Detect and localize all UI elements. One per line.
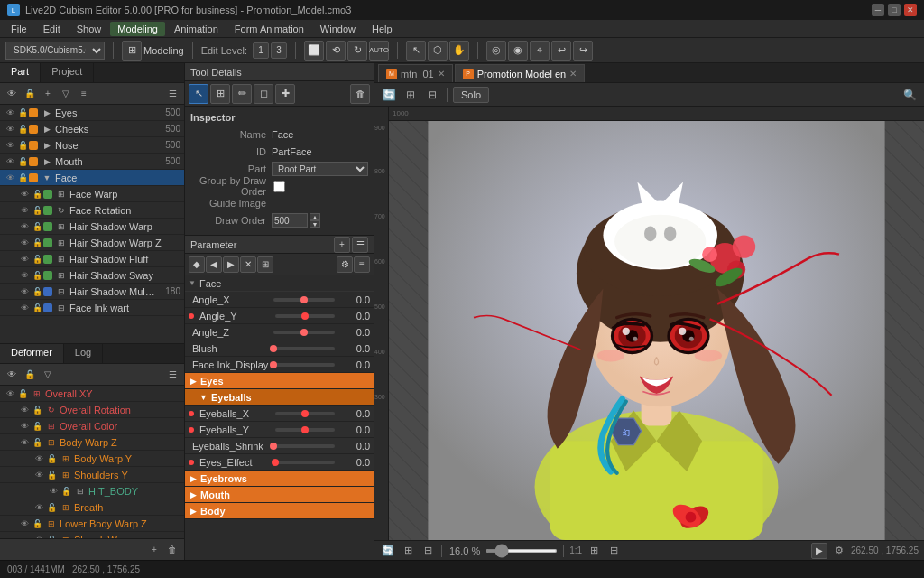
param-menu-btn[interactable]: ☰ xyxy=(352,237,368,253)
draw-order-up[interactable]: ▲ xyxy=(310,213,320,220)
menu-edit[interactable]: Edit xyxy=(36,22,68,36)
lock-hsfluff[interactable]: 🔓 xyxy=(31,253,43,266)
menu-form-animation[interactable]: Form Animation xyxy=(227,22,311,36)
param-slider-blush[interactable] xyxy=(273,345,335,352)
lock-cheeks[interactable]: 🔓 xyxy=(16,123,29,135)
di-lock-1[interactable]: 🔓 xyxy=(31,404,43,416)
menu-animation[interactable]: Animation xyxy=(167,22,226,36)
param-grid-btn[interactable]: ⊞ xyxy=(257,256,273,273)
lock-hswarpz[interactable]: 🔓 xyxy=(31,237,43,249)
tool-select-btn[interactable]: ⬜ xyxy=(304,41,324,61)
vis-eyes[interactable]: 👁 xyxy=(4,107,16,119)
part-item-eyes[interactable]: 👁 🔓 ▶ Eyes 500 xyxy=(0,105,184,121)
di-lock-5[interactable]: 🔓 xyxy=(45,469,58,481)
param-thumb-angle-y[interactable] xyxy=(301,312,309,320)
tool-auto-btn[interactable]: AUTO xyxy=(369,41,389,61)
deformer-overall-xy[interactable]: 👁 🔓 ⊞ Overall XY xyxy=(0,386,184,402)
tool-erase[interactable]: ◻ xyxy=(254,84,273,104)
menu-modeling[interactable]: Modeling xyxy=(110,22,165,36)
param-prev-btn[interactable]: ◀ xyxy=(206,256,222,273)
part-item-hair-shadow-sway[interactable]: 👁 🔓 ⊞ Hair Shadow Sway xyxy=(0,267,184,284)
di-vis-5[interactable]: 👁 xyxy=(32,469,45,481)
cf-settings-btn[interactable]: ⚙ xyxy=(831,543,847,559)
deformer-shoulders-y[interactable]: 👁 🔓 ⊞ Shoulders Y xyxy=(0,467,184,483)
bl-add-btn[interactable]: + xyxy=(146,542,162,558)
param-group-mouth[interactable]: ▶ Mouth xyxy=(185,487,374,503)
di-lock-6[interactable]: 🔓 xyxy=(60,485,72,498)
deformer-lock-btn[interactable]: 🔒 xyxy=(22,367,38,383)
maximize-button[interactable]: □ xyxy=(888,4,901,16)
part-item-cheeks[interactable]: 👁 🔓 ▶ Cheeks 500 xyxy=(0,121,184,137)
param-delete-btn[interactable]: ✕ xyxy=(240,256,256,273)
di-vis-8[interactable]: 👁 xyxy=(18,517,31,530)
part-item-mouth[interactable]: 👁 🔓 ▶ Mouth 500 xyxy=(0,154,184,170)
di-vis-0[interactable]: 👁 xyxy=(4,387,16,400)
part-item-face-warp[interactable]: 👁 🔓 ⊞ Face Warp xyxy=(0,186,184,202)
tool-delete[interactable]: 🗑 xyxy=(350,84,370,104)
lock-face[interactable]: 🔓 xyxy=(16,172,29,184)
view-btn5[interactable]: ↪ xyxy=(573,41,593,61)
param-thumb-eyeballs-x[interactable] xyxy=(301,410,309,417)
di-vis-6[interactable]: 👁 xyxy=(47,485,60,498)
tab-part[interactable]: Part xyxy=(0,63,41,82)
tool-cursor[interactable]: ↖ xyxy=(189,84,208,104)
part-filter-btn[interactable]: ▽ xyxy=(58,86,74,102)
edit-level-1-btn[interactable]: 1 xyxy=(253,42,269,59)
draw-order-input[interactable] xyxy=(272,213,308,228)
part-item-hair-shadow-warp[interactable]: 👁 🔓 ⊞ Hair Shadow Warp xyxy=(0,219,184,235)
param-slider-eyeballs-y[interactable] xyxy=(275,426,335,434)
deformer-vis-btn[interactable]: 👁 xyxy=(4,367,20,383)
deformer-filter-btn[interactable]: ▽ xyxy=(40,367,56,383)
canvas-viewport[interactable]: 900 800 700 600 500 400 300 1000 xyxy=(374,107,924,540)
param-next-btn[interactable]: ▶ xyxy=(223,256,239,273)
cursor-btn[interactable]: ↖ xyxy=(406,41,426,61)
inspector-part-select[interactable]: Root Part xyxy=(272,162,368,176)
bl-delete-btn[interactable]: 🗑 xyxy=(164,542,180,558)
tool-warp[interactable]: ⊞ xyxy=(210,84,230,104)
lock-finkwarp[interactable]: 🔓 xyxy=(31,302,43,314)
param-thumb-blush[interactable] xyxy=(270,345,277,352)
di-lock-4[interactable]: 🔓 xyxy=(45,452,58,465)
canvas-btn-1[interactable]: 🔄 xyxy=(380,86,398,104)
window-controls[interactable]: ─ □ ✕ xyxy=(872,4,917,16)
param-slider-eyes-effect[interactable] xyxy=(275,459,335,466)
param-thumb-eyeballs-y[interactable] xyxy=(301,426,309,434)
lock-hssway[interactable]: 🔓 xyxy=(31,269,43,282)
param-face-header[interactable]: ▼ Face xyxy=(185,275,374,292)
part-item-hair-shadow-multiply[interactable]: 👁 🔓 ⊟ Hair Shadow Multiply 180 xyxy=(0,284,184,300)
part-add-btn[interactable]: + xyxy=(40,86,56,102)
param-add-btn[interactable]: + xyxy=(334,237,350,253)
menu-show[interactable]: Show xyxy=(69,22,109,36)
vis-face-warp[interactable]: 👁 xyxy=(18,188,31,200)
tool-transform-btn[interactable]: ⟲ xyxy=(326,41,346,61)
view-btn1[interactable]: ◎ xyxy=(486,41,506,61)
deformer-lower-body-warp-z[interactable]: 👁 🔓 ⊞ Lower Body Warp Z xyxy=(0,516,184,532)
zoom-slider[interactable] xyxy=(485,549,558,553)
hand-btn[interactable]: ✋ xyxy=(449,41,469,61)
cf-btn-4[interactable]: ⊞ xyxy=(586,543,602,559)
tool-rotate-btn[interactable]: ↻ xyxy=(347,41,367,61)
lock-mouth[interactable]: 🔓 xyxy=(16,155,29,168)
part-item-nose[interactable]: 👁 🔓 ▶ Nose 500 xyxy=(0,137,184,154)
vis-hsmultiply[interactable]: 👁 xyxy=(18,285,31,298)
lasso-btn[interactable]: ⬡ xyxy=(428,41,448,61)
vis-cheeks[interactable]: 👁 xyxy=(4,123,16,135)
lock-nose[interactable]: 🔓 xyxy=(16,139,29,152)
part-item-hair-shadow-fluff[interactable]: 👁 🔓 ⊞ Hair Shadow Fluff xyxy=(0,251,184,267)
param-group-body[interactable]: ▶ Body xyxy=(185,503,374,519)
part-item-face-ink-warp[interactable]: 👁 🔓 ⊟ Face Ink wart xyxy=(0,300,184,316)
menu-help[interactable]: Help xyxy=(365,22,400,36)
param-thumb-face-ink[interactable] xyxy=(270,361,277,368)
play-button[interactable]: ▶ xyxy=(811,543,827,559)
param-slider-eyeballs-x[interactable] xyxy=(275,410,335,417)
canvas-tab-promo[interactable]: P Promotion Model en ✕ xyxy=(455,64,585,82)
di-vis-3[interactable]: 👁 xyxy=(18,436,31,449)
di-vis-4[interactable]: 👁 xyxy=(32,452,45,465)
lock-face-warp[interactable]: 🔓 xyxy=(31,188,43,200)
deformer-body-warp-z[interactable]: 👁 🔓 ⊞ Body Warp Z xyxy=(0,434,184,451)
vis-hswarpz[interactable]: 👁 xyxy=(18,237,31,249)
di-lock-8[interactable]: 🔓 xyxy=(31,517,43,530)
param-group-eyebrows[interactable]: ▶ Eyebrows xyxy=(185,471,374,487)
inspector-group-checkbox[interactable] xyxy=(273,181,285,192)
minimize-button[interactable]: ─ xyxy=(872,4,884,16)
